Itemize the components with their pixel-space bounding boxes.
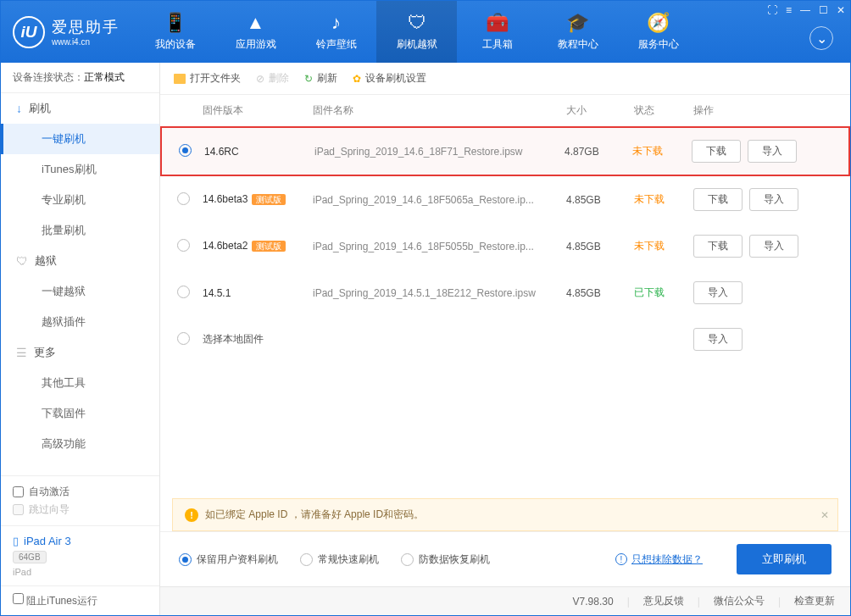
app-url: www.i4.cn xyxy=(52,37,120,47)
side-group-2[interactable]: ☰更多 xyxy=(1,337,159,368)
choose-local-row[interactable]: 选择本地固件导入 xyxy=(160,316,850,363)
group-icon: ↓ xyxy=(16,102,22,115)
feedback-link[interactable]: 意见反馈 xyxy=(643,594,684,608)
side-sub-0-0[interactable]: 一键刷机 xyxy=(1,124,159,154)
info-icon: ! xyxy=(615,553,627,565)
toolbar: 打开文件夹 ⊘删除 ↻刷新 ✿设备刷机设置 xyxy=(160,63,850,95)
delete-icon: ⊘ xyxy=(256,73,264,85)
nav-icon: 🛡 xyxy=(408,12,426,34)
nav-item-1[interactable]: ▲应用游戏 xyxy=(215,1,296,63)
download-button[interactable]: 下载 xyxy=(692,140,741,163)
device-info[interactable]: ▯iPad Air 3 64GB iPad xyxy=(1,525,159,585)
refresh-button[interactable]: ↻刷新 xyxy=(304,71,337,86)
skip-guide-checkbox[interactable]: 跳过向导 xyxy=(13,502,147,517)
nav-item-5[interactable]: 🎓教程中心 xyxy=(537,1,618,63)
erase-only-link[interactable]: !只想抹除数据？ xyxy=(615,552,703,567)
option-anti-recovery[interactable]: 防数据恢复刷机 xyxy=(401,552,490,567)
nav-icon: 🎓 xyxy=(566,12,589,34)
win-min-icon[interactable]: — xyxy=(800,4,810,16)
app-title: 爱思助手 xyxy=(52,17,120,37)
nav-icon: 🧭 xyxy=(647,12,670,34)
win-lock-icon[interactable]: ⛶ xyxy=(767,4,777,16)
flash-options: 保留用户资料刷机 常规快速刷机 防数据恢复刷机 !只想抹除数据？ 立即刷机 xyxy=(160,531,850,586)
firmware-row[interactable]: 14.6beta3测试版iPad_Spring_2019_14.6_18F506… xyxy=(160,176,850,223)
row-radio[interactable] xyxy=(177,192,190,205)
option-keep-data[interactable]: 保留用户资料刷机 xyxy=(179,552,278,567)
check-update-link[interactable]: 检查更新 xyxy=(794,594,835,608)
side-sub-2-0[interactable]: 其他工具 xyxy=(1,368,159,398)
download-button[interactable]: 下载 xyxy=(693,188,743,211)
nav-icon: ▲ xyxy=(247,12,265,34)
nav-item-2[interactable]: ♪铃声壁纸 xyxy=(296,1,376,63)
refresh-icon: ↻ xyxy=(304,73,313,85)
import-button[interactable]: 导入 xyxy=(693,328,743,351)
nav-item-4[interactable]: 🧰工具箱 xyxy=(457,1,537,63)
side-sub-1-1[interactable]: 越狱插件 xyxy=(1,307,159,337)
side-sub-0-1[interactable]: iTunes刷机 xyxy=(1,154,159,185)
device-status: 设备连接状态：正常模式 xyxy=(1,63,159,93)
win-menu-icon[interactable]: ≡ xyxy=(786,4,792,16)
beta-badge: 测试版 xyxy=(252,194,286,205)
firmware-row[interactable]: 14.6RCiPad_Spring_2019_14.6_18F71_Restor… xyxy=(160,126,850,176)
row-radio[interactable] xyxy=(177,239,190,252)
side-sub-2-2[interactable]: 高级功能 xyxy=(1,429,159,459)
nav-item-0[interactable]: 📱我的设备 xyxy=(135,1,215,63)
row-radio[interactable] xyxy=(177,286,190,298)
win-close-icon[interactable]: ✕ xyxy=(837,4,845,16)
group-icon: ☰ xyxy=(16,346,27,359)
row-radio[interactable] xyxy=(177,332,190,345)
open-folder-button[interactable]: 打开文件夹 xyxy=(174,71,241,86)
sidebar: 设备连接状态：正常模式 ↓刷机一键刷机iTunes刷机专业刷机批量刷机🛡越狱一键… xyxy=(1,63,160,615)
header-dropdown-icon[interactable]: ⌄ xyxy=(809,26,833,50)
side-sub-2-1[interactable]: 下载固件 xyxy=(1,398,159,429)
import-button[interactable]: 导入 xyxy=(693,281,743,304)
import-button[interactable]: 导入 xyxy=(749,235,798,258)
import-button[interactable]: 导入 xyxy=(748,140,797,163)
side-sub-0-3[interactable]: 批量刷机 xyxy=(1,215,159,246)
logo-icon: iU xyxy=(13,16,45,48)
wechat-link[interactable]: 微信公众号 xyxy=(714,594,765,608)
nav-icon: 🧰 xyxy=(486,12,509,34)
device-icon: ▯ xyxy=(13,535,19,547)
nav-icon: ♪ xyxy=(331,12,341,34)
close-icon[interactable]: ✕ xyxy=(820,509,829,521)
download-button[interactable]: 下载 xyxy=(693,235,743,258)
nav-item-6[interactable]: 🧭服务中心 xyxy=(618,1,698,63)
logo: iU 爱思助手 www.i4.cn xyxy=(1,16,135,48)
notice-banner: ! 如已绑定 Apple ID ，请准备好 Apple ID和密码。 ✕ xyxy=(172,498,838,531)
side-sub-1-0[interactable]: 一键越狱 xyxy=(1,276,159,307)
option-normal[interactable]: 常规快速刷机 xyxy=(300,552,379,567)
warning-icon: ! xyxy=(185,508,198,522)
version-label: V7.98.30 xyxy=(573,596,614,608)
gear-icon: ✿ xyxy=(353,73,361,85)
nav-icon: 📱 xyxy=(164,12,186,34)
win-max-icon[interactable]: ☐ xyxy=(819,4,828,16)
side-group-0[interactable]: ↓刷机 xyxy=(1,93,159,124)
window-controls: ⛶ ≡ — ☐ ✕ xyxy=(767,4,845,16)
app-header: iU 爱思助手 www.i4.cn 📱我的设备▲应用游戏♪铃声壁纸🛡刷机越狱🧰工… xyxy=(1,1,850,63)
folder-icon xyxy=(174,74,186,84)
delete-button[interactable]: ⊘删除 xyxy=(256,71,289,86)
table-header: 固件版本 固件名称 大小 状态 操作 xyxy=(160,95,850,126)
nav-item-3[interactable]: 🛡刷机越狱 xyxy=(376,1,457,63)
status-bar: V7.98.30| 意见反馈| 微信公众号| 检查更新 xyxy=(160,586,850,615)
group-icon: 🛡 xyxy=(16,254,28,268)
row-radio[interactable] xyxy=(179,144,192,157)
firmware-row[interactable]: 14.6beta2测试版iPad_Spring_2019_14.6_18F505… xyxy=(160,223,850,269)
beta-badge: 测试版 xyxy=(252,241,286,252)
flash-now-button[interactable]: 立即刷机 xyxy=(737,544,832,574)
block-itunes-checkbox[interactable]: 阻止iTunes运行 xyxy=(13,593,97,608)
auto-activate-checkbox[interactable]: 自动激活 xyxy=(13,485,147,499)
settings-button[interactable]: ✿设备刷机设置 xyxy=(353,71,426,86)
side-sub-0-2[interactable]: 专业刷机 xyxy=(1,185,159,215)
firmware-row[interactable]: 14.5.1iPad_Spring_2019_14.5.1_18E212_Res… xyxy=(160,269,850,316)
import-button[interactable]: 导入 xyxy=(749,188,798,211)
side-group-1[interactable]: 🛡越狱 xyxy=(1,246,159,276)
